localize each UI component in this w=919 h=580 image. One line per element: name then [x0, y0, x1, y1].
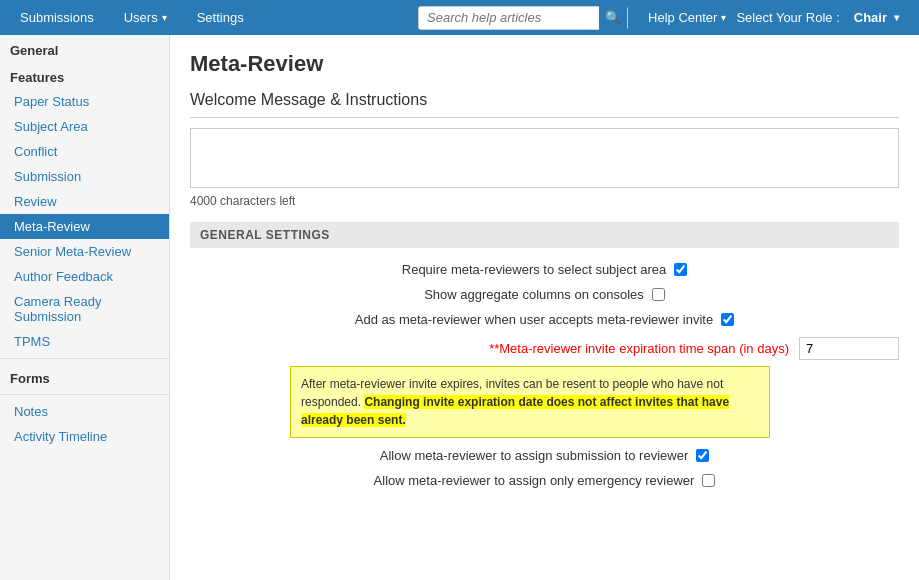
- search-button[interactable]: 🔍: [599, 6, 627, 30]
- main-content: Meta-Review Welcome Message & Instructio…: [170, 35, 919, 580]
- sidebar-item-author-feedback[interactable]: Author Feedback: [0, 264, 169, 289]
- setting-require-subject-area: Require meta-reviewers to select subject…: [190, 262, 899, 277]
- setting-add-as-meta-reviewer: Add as meta-reviewer when user accepts m…: [190, 312, 899, 327]
- general-settings-header: General Settings: [190, 222, 899, 248]
- require-subject-area-label: Require meta-reviewers to select subject…: [402, 262, 666, 277]
- section-divider: [190, 117, 899, 118]
- help-caret-icon: ▾: [721, 12, 726, 23]
- sidebar-item-camera-ready-submission[interactable]: Camera Ready Submission: [0, 289, 169, 329]
- sidebar-item-activity-timeline[interactable]: Activity Timeline: [0, 424, 169, 449]
- nav-role-selector[interactable]: Chair ▾: [844, 0, 909, 35]
- sidebar-divider-1: [0, 358, 169, 359]
- sidebar-item-notes[interactable]: Notes: [0, 399, 169, 424]
- top-navbar: Submissions Users ▾ Settings 🔍 Help Cent…: [0, 0, 919, 35]
- require-subject-area-checkbox[interactable]: [674, 263, 687, 276]
- sidebar-item-meta-review[interactable]: Meta-Review: [0, 214, 169, 239]
- sidebar-divider-2: [0, 394, 169, 395]
- sidebar-item-subject-area[interactable]: Subject Area: [0, 114, 169, 139]
- show-aggregate-checkbox[interactable]: [652, 288, 665, 301]
- search-container: 🔍: [418, 6, 628, 30]
- allow-assign-emergency-checkbox[interactable]: [702, 474, 715, 487]
- setting-expiry: **Meta-reviewer invite expiration time s…: [190, 337, 899, 360]
- add-as-meta-reviewer-label: Add as meta-reviewer when user accepts m…: [355, 312, 713, 327]
- sidebar-forms-label: Forms: [0, 363, 169, 390]
- tooltip-highlight: Changing invite expiration date does not…: [301, 395, 729, 427]
- setting-allow-assign-submission: Allow meta-reviewer to assign submission…: [190, 448, 899, 463]
- allow-assign-submission-label: Allow meta-reviewer to assign submission…: [380, 448, 689, 463]
- sidebar-item-conflict[interactable]: Conflict: [0, 139, 169, 164]
- sidebar-item-senior-meta-review[interactable]: Senior Meta-Review: [0, 239, 169, 264]
- setting-show-aggregate: Show aggregate columns on consoles: [190, 287, 899, 302]
- welcome-message-textarea[interactable]: [190, 128, 899, 188]
- role-label: Select Your Role :: [736, 10, 839, 25]
- search-input[interactable]: [419, 7, 599, 29]
- sidebar: General Features Paper Status Subject Ar…: [0, 35, 170, 580]
- char-count: 4000 characters left: [190, 194, 899, 208]
- setting-allow-assign-emergency: Allow meta-reviewer to assign only emerg…: [190, 473, 899, 488]
- sidebar-item-tpms[interactable]: TPMS: [0, 329, 169, 354]
- sidebar-general-label: General: [0, 35, 169, 62]
- sidebar-features-label: Features: [0, 62, 169, 89]
- page-title: Meta-Review: [190, 51, 899, 77]
- expiry-input[interactable]: [799, 337, 899, 360]
- main-layout: General Features Paper Status Subject Ar…: [0, 35, 919, 580]
- nav-submissions[interactable]: Submissions: [10, 0, 104, 35]
- nav-users[interactable]: Users ▾: [114, 0, 177, 35]
- tooltip-box: After meta-reviewer invite expires, invi…: [290, 366, 770, 438]
- sidebar-item-review[interactable]: Review: [0, 189, 169, 214]
- section-title: Welcome Message & Instructions: [190, 91, 899, 109]
- sidebar-item-submission[interactable]: Submission: [0, 164, 169, 189]
- allow-assign-submission-checkbox[interactable]: [696, 449, 709, 462]
- nav-settings[interactable]: Settings: [187, 0, 254, 35]
- allow-assign-emergency-label: Allow meta-reviewer to assign only emerg…: [374, 473, 695, 488]
- role-caret-icon: ▾: [894, 12, 899, 23]
- nav-help-center[interactable]: Help Center ▾: [638, 0, 736, 35]
- show-aggregate-label: Show aggregate columns on consoles: [424, 287, 644, 302]
- top-nav-right: Help Center ▾ Select Your Role : Chair ▾: [638, 0, 909, 35]
- expiry-label: **Meta-reviewer invite expiration time s…: [190, 341, 789, 356]
- add-as-meta-reviewer-checkbox[interactable]: [721, 313, 734, 326]
- sidebar-item-paper-status[interactable]: Paper Status: [0, 89, 169, 114]
- users-caret-icon: ▾: [162, 12, 167, 23]
